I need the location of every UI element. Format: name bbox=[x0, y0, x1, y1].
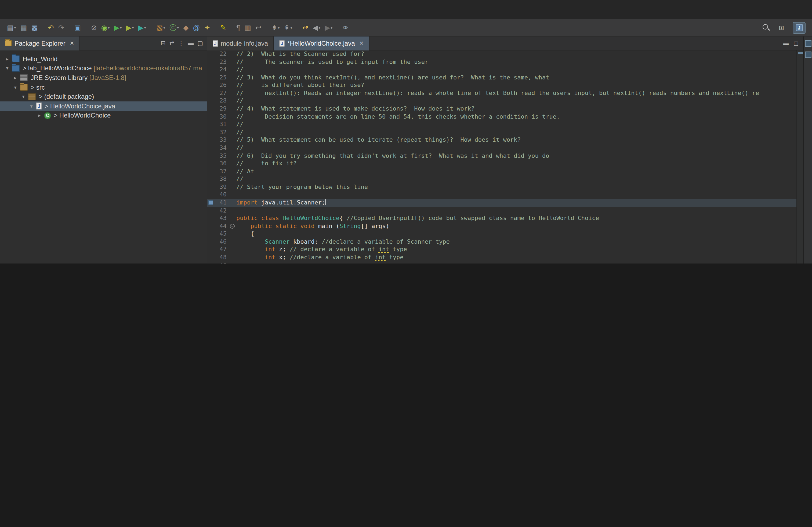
tree-chevron-icon[interactable]: ▸ bbox=[36, 113, 43, 118]
tree-chevron-icon[interactable]: ▾ bbox=[28, 104, 35, 109]
dropdown-arrow-icon[interactable]: ▾ bbox=[120, 26, 122, 30]
code-line-48[interactable]: 48 int x; //declare a variable of int ty… bbox=[207, 254, 803, 261]
last-edit-location-button[interactable]: ↫ bbox=[301, 21, 310, 34]
new-class-button[interactable]: ⓒ▾ bbox=[168, 21, 180, 34]
open-perspective-button[interactable]: ⊞ bbox=[775, 22, 788, 33]
create-jar-button[interactable]: ◆ bbox=[182, 21, 190, 34]
code-line-35[interactable]: 35// 6) Did you try something that didn'… bbox=[207, 152, 803, 160]
code-line-30[interactable]: 30// Decision statements are on line 50 … bbox=[207, 113, 803, 121]
code-line-24[interactable]: 24// bbox=[207, 66, 803, 74]
open-console-view-button[interactable]: ▣ bbox=[73, 21, 83, 34]
save-all-button[interactable]: ▩ bbox=[30, 21, 40, 34]
code-line-38[interactable]: 38// bbox=[207, 176, 803, 183]
undo-button[interactable]: ↶ bbox=[46, 21, 56, 34]
skip-all-breakpoints-button[interactable]: ⊘ bbox=[89, 21, 99, 34]
toolbar-search-button[interactable] bbox=[762, 24, 770, 32]
maximize-editor-button[interactable]: ▢ bbox=[794, 40, 799, 46]
tree-chevron-icon[interactable]: ▸ bbox=[12, 75, 19, 80]
java-perspective-button[interactable]: J bbox=[793, 22, 806, 33]
dropdown-arrow-icon[interactable]: ▾ bbox=[318, 26, 320, 30]
code-line-32[interactable]: 32// bbox=[207, 129, 803, 137]
debug-button[interactable]: ◉▾ bbox=[100, 21, 112, 34]
code-line-46[interactable]: 46 Scanner kboard; //declare a variable … bbox=[207, 238, 803, 246]
view-menu-button[interactable]: ⋮ bbox=[178, 40, 184, 46]
new-java-project-button[interactable]: ▧▾ bbox=[155, 21, 167, 34]
redo-button[interactable]: ↷ bbox=[57, 21, 66, 34]
code-line-31[interactable]: 31// bbox=[207, 121, 803, 129]
code-line-43[interactable]: 43public class HelloWorldChoice{ //Copie… bbox=[207, 215, 803, 223]
close-icon[interactable]: ✕ bbox=[359, 40, 364, 46]
tree-item-jre-system-library[interactable]: ▸JRE System Library [JavaSE-1.8] bbox=[0, 73, 207, 82]
close-icon[interactable]: ✕ bbox=[70, 40, 74, 46]
code-line-44[interactable]: 44− public static void main (String[] ar… bbox=[207, 223, 803, 230]
code-line-33[interactable]: 33// 5) What statement can be used to it… bbox=[207, 137, 803, 144]
code-line-22[interactable]: 22// 2) What is the Scanner used for? bbox=[207, 50, 803, 58]
external-tools-button[interactable]: ▶▾ bbox=[137, 21, 148, 34]
dropdown-arrow-icon[interactable]: ▾ bbox=[132, 26, 134, 30]
word-wrap-button[interactable]: ↩ bbox=[254, 21, 263, 34]
next-annotation-button[interactable]: ⇟▾ bbox=[270, 21, 281, 34]
overview-header-mark[interactable] bbox=[798, 52, 803, 54]
save-button[interactable]: ▦ bbox=[19, 21, 29, 34]
mark-occurrences-button[interactable]: ✎ bbox=[219, 21, 228, 34]
pin-editor-button[interactable]: ✑ bbox=[341, 21, 350, 34]
forward-button[interactable]: ▶▾ bbox=[323, 21, 334, 34]
minimized-view-icon[interactable] bbox=[805, 51, 811, 58]
code-line-26[interactable]: 26// is different about their use? bbox=[207, 82, 803, 90]
package-explorer-tab[interactable]: Package Explorer ✕ bbox=[0, 36, 79, 50]
tree-item-src[interactable]: ▾> src bbox=[0, 82, 207, 92]
code-line-39[interactable]: 39// Start your program below this line bbox=[207, 183, 803, 191]
editor-tab--helloworldchoice-java[interactable]: J*HelloWorldChoice.java✕ bbox=[274, 36, 369, 50]
tree-chevron-icon[interactable]: ▾ bbox=[20, 94, 27, 99]
editor-tab-module-info-java[interactable]: Jmodule-info.java bbox=[207, 36, 274, 50]
tree-chevron-icon[interactable]: ▾ bbox=[4, 66, 11, 71]
code-line-45[interactable]: 45 { bbox=[207, 230, 803, 238]
dropdown-arrow-icon[interactable]: ▾ bbox=[14, 26, 16, 30]
code-line-27[interactable]: 27// nextInt(): Reads an integer nextLin… bbox=[207, 90, 803, 97]
generate-javadoc-button[interactable]: @ bbox=[191, 21, 201, 34]
java-search-button[interactable]: ✦ bbox=[203, 21, 212, 34]
tree-chevron-icon[interactable]: ▾ bbox=[12, 85, 19, 90]
code-line-41[interactable]: 41import java.util.Scanner; bbox=[207, 199, 803, 207]
dropdown-arrow-icon[interactable]: ▾ bbox=[144, 26, 146, 30]
collapse-all-button[interactable]: ⊟ bbox=[161, 40, 165, 46]
block-selection-button[interactable]: ▥ bbox=[243, 21, 253, 34]
overview-ruler[interactable] bbox=[796, 50, 803, 264]
run-button[interactable]: ▶▾ bbox=[113, 21, 124, 34]
code-line-47[interactable]: 47 int z; // declare a variable of int t… bbox=[207, 246, 803, 254]
code-line-25[interactable]: 25// 3) What do you think nextInt(), and… bbox=[207, 74, 803, 81]
restore-views-icon[interactable] bbox=[805, 40, 811, 47]
link-with-editor-button[interactable]: ⇄ bbox=[170, 40, 174, 46]
tree-item-helloworldchoice[interactable]: ▸C> HelloWorldChoice bbox=[0, 111, 207, 120]
code-line-49[interactable]: 49 bbox=[207, 261, 803, 264]
back-button[interactable]: ◀▾ bbox=[311, 21, 322, 34]
code-line-36[interactable]: 36// to fix it? bbox=[207, 160, 803, 168]
tree-item-hello-world[interactable]: ▸Hello_World bbox=[0, 54, 207, 64]
dropdown-arrow-icon[interactable]: ▾ bbox=[177, 26, 179, 30]
tree-item-lab-helloworldchoice[interactable]: ▾> lab_HelloWorldChoice [lab-helloworldc… bbox=[0, 64, 207, 73]
previous-annotation-button[interactable]: ⇞▾ bbox=[282, 21, 294, 34]
code-line-23[interactable]: 23// The scanner is used to get input fr… bbox=[207, 58, 803, 66]
coverage-button[interactable]: ▶▾ bbox=[125, 21, 135, 34]
dropdown-arrow-icon[interactable]: ▾ bbox=[331, 26, 332, 30]
code-line-34[interactable]: 34// bbox=[207, 144, 803, 152]
dropdown-arrow-icon[interactable]: ▾ bbox=[163, 26, 165, 30]
fold-collapse-icon[interactable]: − bbox=[230, 224, 235, 228]
project-tree[interactable]: ▸Hello_World▾> lab_HelloWorldChoice [lab… bbox=[0, 50, 207, 264]
new-wizard-button[interactable]: ▤▾ bbox=[5, 21, 18, 34]
info-marker-icon[interactable] bbox=[208, 200, 213, 205]
code-line-40[interactable]: 40 bbox=[207, 191, 803, 199]
maximize-view-button[interactable]: ▢ bbox=[197, 40, 203, 46]
minimize-view-button[interactable]: ▬ bbox=[188, 40, 193, 46]
tree-chevron-icon[interactable]: ▸ bbox=[4, 56, 11, 62]
code-line-37[interactable]: 37// At bbox=[207, 168, 803, 176]
code-editor[interactable]: 22// 2) What is the Scanner used for?23/… bbox=[207, 50, 803, 264]
dropdown-arrow-icon[interactable]: ▾ bbox=[278, 26, 280, 30]
dropdown-arrow-icon[interactable]: ▾ bbox=[290, 26, 292, 30]
show-whitespace-button[interactable]: ¶ bbox=[235, 21, 242, 34]
code-line-29[interactable]: 29// 4) What statement is used to make d… bbox=[207, 105, 803, 113]
code-line-42[interactable]: 42 bbox=[207, 207, 803, 215]
code-line-28[interactable]: 28// bbox=[207, 97, 803, 105]
minimize-editor-button[interactable]: ▬ bbox=[783, 40, 789, 46]
tree-item--default-package-[interactable]: ▾> (default package) bbox=[0, 92, 207, 102]
